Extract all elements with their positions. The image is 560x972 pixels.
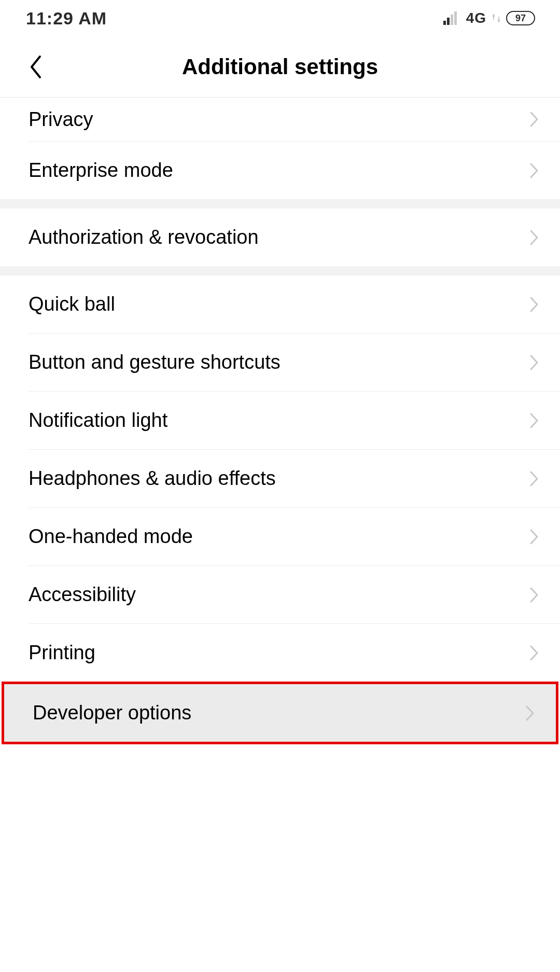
settings-item-label: Printing — [29, 642, 95, 664]
status-right: 4G 97 — [443, 10, 535, 26]
svg-rect-4 — [493, 17, 494, 20]
settings-item-audio[interactable]: Headphones & audio effects — [0, 450, 560, 507]
battery-level: 97 — [515, 13, 526, 24]
chevron-right-icon — [529, 110, 539, 128]
settings-item-devopts[interactable]: Developer options — [4, 684, 556, 742]
settings-item-label: Button and gesture shortcuts — [29, 351, 281, 373]
settings-item-label: Developer options — [33, 702, 191, 724]
settings-item-label: Quick ball — [29, 293, 115, 315]
chevron-right-icon — [529, 229, 539, 246]
chevron-right-icon — [525, 704, 535, 722]
settings-item-label: Accessibility — [29, 584, 136, 606]
settings-item-printing[interactable]: Printing — [0, 624, 560, 682]
svg-rect-5 — [498, 17, 499, 20]
settings-item-label: Headphones & audio effects — [29, 467, 276, 490]
chevron-right-icon — [529, 412, 539, 429]
title-bar: Additional settings — [0, 36, 560, 97]
chevron-right-icon — [529, 470, 539, 488]
highlight-devopts: Developer options — [2, 682, 558, 744]
chevron-left-icon — [29, 54, 43, 79]
settings-item-label: One-handed mode — [29, 525, 193, 548]
settings-item-label: Enterprise mode — [29, 159, 173, 182]
network-label: 4G — [466, 10, 486, 26]
chevron-right-icon — [529, 162, 539, 179]
signal-icon — [443, 11, 461, 25]
battery-icon: 97 — [506, 11, 535, 25]
chevron-right-icon — [529, 586, 539, 604]
svg-rect-1 — [447, 18, 450, 25]
svg-rect-2 — [451, 15, 453, 25]
chevron-right-icon — [529, 354, 539, 371]
status-bar: 11:29 AM 4G 97 — [0, 0, 560, 36]
settings-item-auth[interactable]: Authorization & revocation — [0, 209, 560, 266]
back-button[interactable] — [0, 36, 57, 97]
settings-item-label: Privacy — [29, 108, 93, 131]
settings-item-enterprise[interactable]: Enterprise mode — [0, 142, 560, 199]
settings-item-label: Authorization & revocation — [29, 226, 259, 248]
settings-item-shortcuts[interactable]: Button and gesture shortcuts — [0, 334, 560, 391]
settings-item-accessibility[interactable]: Accessibility — [0, 566, 560, 623]
updown-icon — [492, 12, 501, 24]
settings-item-onehand[interactable]: One-handed mode — [0, 508, 560, 565]
svg-rect-0 — [443, 21, 446, 25]
chevron-right-icon — [529, 296, 539, 313]
settings-item-privacy[interactable]: Privacy — [0, 98, 560, 141]
group-gap — [0, 199, 560, 209]
settings-item-label: Notification light — [29, 409, 167, 432]
status-time: 11:29 AM — [26, 8, 107, 29]
chevron-right-icon — [529, 528, 539, 546]
settings-item-notiflight[interactable]: Notification light — [0, 392, 560, 449]
settings-list: Privacy Enterprise mode Authorization & … — [0, 97, 560, 744]
group-gap — [0, 266, 560, 275]
chevron-right-icon — [529, 644, 539, 662]
svg-rect-3 — [454, 11, 457, 25]
settings-item-quickball[interactable]: Quick ball — [0, 275, 560, 333]
page-title: Additional settings — [0, 54, 560, 79]
